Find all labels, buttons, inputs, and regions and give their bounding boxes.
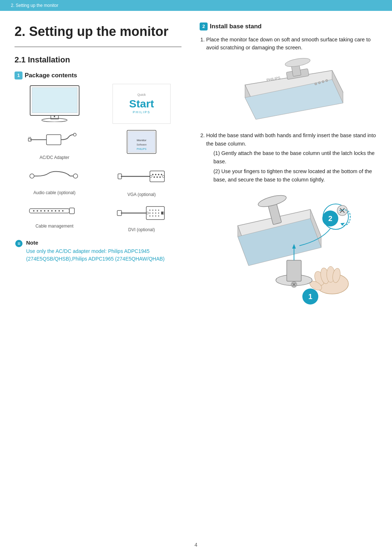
svg-point-25 — [154, 176, 155, 178]
breadcrumb-bar: 2. Setting up the monitor — [0, 0, 392, 11]
left-column: 2. Setting up the monitor 2.1 Installati… — [15, 22, 192, 527]
cable-mgmt-label: Cable management — [36, 223, 74, 229]
svg-point-48 — [149, 212, 150, 213]
monitor-illustration — [26, 84, 83, 122]
svg-point-45 — [152, 209, 153, 210]
section-title: Setting up the monitor — [29, 22, 168, 41]
svg-point-27 — [159, 176, 161, 178]
svg-point-4 — [54, 116, 55, 117]
svg-point-46 — [155, 209, 156, 210]
section-divider — [15, 46, 181, 47]
svg-point-41 — [62, 210, 64, 212]
package-item-dvi: DVI (optional) — [102, 201, 181, 233]
svg-point-29 — [162, 175, 164, 177]
note-text: Use only the AC/DC adapter model: Philip… — [26, 248, 181, 263]
install-step2: Hold the base stand with both hands and … — [200, 131, 381, 184]
quickstart-illustration: Quick Start PHILIPS — [113, 84, 171, 124]
svg-text:Software: Software — [136, 143, 147, 146]
svg-point-37 — [48, 210, 49, 212]
acdc-illustration — [26, 127, 83, 153]
svg-point-72 — [315, 83, 317, 85]
acdc-label: AC/DC Adapter — [40, 154, 69, 161]
note-content: Note Use only the AC/DC adapter model: P… — [26, 239, 181, 263]
subsection-title: 2.1 Installation — [15, 54, 181, 66]
svg-point-57 — [146, 212, 148, 214]
page-number: 4 — [0, 537, 392, 556]
section-number: 2. — [15, 22, 25, 41]
svg-point-23 — [158, 174, 159, 175]
svg-point-39 — [55, 210, 56, 212]
svg-rect-5 — [46, 135, 61, 145]
svg-point-22 — [155, 174, 156, 175]
package-grid: Quick Start PHILIPS — [15, 84, 181, 233]
svg-text:≡: ≡ — [17, 241, 20, 246]
cable-mgmt-illustration — [26, 201, 83, 221]
install-step1: Place the monitor face down on soft and … — [200, 36, 381, 52]
svg-point-36 — [44, 210, 45, 212]
right-column: 2 Install base stand Place the monitor f… — [192, 22, 381, 527]
package-item-quickstart: Quick Start PHILIPS — [102, 84, 181, 124]
svg-rect-1 — [32, 87, 77, 113]
main-content: 2. Setting up the monitor 2.1 Installati… — [0, 11, 392, 537]
svg-rect-42 — [69, 208, 74, 214]
package-item-audio: Audio cable (optional) — [15, 164, 94, 198]
svg-point-49 — [152, 212, 153, 213]
svg-text:1: 1 — [308, 293, 312, 301]
monitor-facedown-illustration: PHILIPS — [200, 56, 381, 125]
svg-point-70 — [322, 81, 324, 83]
svg-point-53 — [152, 215, 153, 216]
section-heading: 2. Setting up the monitor 2.1 Installati… — [15, 22, 181, 66]
svg-text:2: 2 — [328, 214, 332, 222]
svg-text:Monitor: Monitor — [137, 139, 147, 142]
svg-point-50 — [155, 212, 156, 213]
note-icon: ≡ — [15, 239, 23, 250]
install-base-label: 2 Install base stand — [200, 22, 381, 31]
svg-point-54 — [155, 215, 156, 216]
svg-text:PHILIPS: PHILIPS — [137, 148, 147, 150]
badge-1: 1 — [15, 71, 23, 79]
substep1: (1) Gently attach the base to the base c… — [206, 149, 381, 184]
svg-point-69 — [326, 79, 328, 82]
svg-point-18 — [73, 174, 78, 178]
svg-point-21 — [152, 174, 154, 175]
package-item-acdc: AC/DC Adapter — [15, 127, 94, 161]
svg-point-10 — [73, 133, 76, 136]
note-title: Note — [26, 239, 181, 247]
vga-label: VGA (optional) — [127, 191, 156, 198]
note-box: ≡ Note Use only the AC/DC adapter model:… — [15, 239, 181, 263]
package-item-vga: VGA (optional) — [102, 164, 181, 198]
audio-illustration — [26, 164, 83, 188]
package-item-cable-mgmt: Cable management — [15, 201, 94, 233]
svg-point-40 — [58, 210, 60, 212]
svg-point-33 — [33, 210, 34, 212]
breadcrumb-text: 2. Setting up the monitor — [11, 3, 58, 8]
base-stand-illustration: 2 — [200, 189, 381, 306]
package-item-disc: Monitor Software PHILIPS — [102, 127, 181, 161]
svg-point-51 — [158, 212, 159, 213]
svg-rect-94 — [287, 260, 301, 281]
dvi-label: DVI (optional) — [128, 226, 155, 233]
svg-point-28 — [150, 175, 152, 177]
vga-illustration — [114, 164, 170, 190]
svg-point-24 — [161, 174, 162, 175]
svg-point-52 — [149, 215, 150, 216]
dvi-illustration — [114, 201, 170, 225]
svg-point-47 — [158, 209, 159, 210]
page: 2. Setting up the monitor 2. Setting up … — [0, 0, 392, 556]
svg-point-38 — [51, 210, 53, 212]
badge-2: 2 — [200, 23, 208, 30]
svg-point-71 — [318, 82, 320, 84]
package-item-monitor — [15, 84, 94, 124]
svg-point-26 — [156, 176, 158, 178]
svg-point-44 — [149, 209, 150, 210]
svg-point-34 — [37, 210, 38, 212]
svg-point-35 — [40, 210, 42, 212]
audio-label: Audio cable (optional) — [33, 189, 75, 196]
svg-point-55 — [158, 215, 159, 216]
disc-illustration: Monitor Software PHILIPS — [120, 127, 163, 156]
svg-point-16 — [30, 174, 34, 178]
package-contents-label: 1 Package contents — [15, 71, 181, 80]
